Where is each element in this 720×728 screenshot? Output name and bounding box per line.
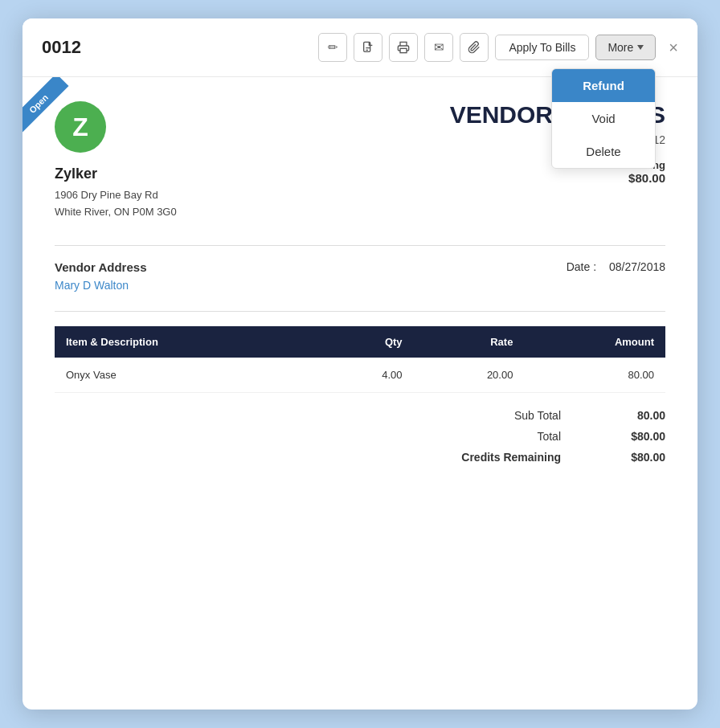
date-label: Date : [567, 260, 596, 273]
close-button[interactable]: × [669, 39, 678, 55]
email-button[interactable]: ✉ [424, 33, 453, 62]
modal-container: 0012 ✏ ✉ Apply To Bills More × Refund Vo… [22, 18, 698, 710]
col-qty: Qty [316, 326, 413, 358]
svg-rect-3 [400, 48, 407, 52]
address-date-section: Vendor Address Mary D Walton Date : 08/2… [55, 260, 665, 292]
date-section: Date : 08/27/2018 [567, 260, 665, 273]
divider [55, 245, 665, 246]
col-description: Item & Description [55, 326, 316, 358]
document-id: 0012 [42, 37, 81, 58]
more-dropdown: Refund Void Delete [551, 68, 656, 169]
header-actions: ✏ ✉ Apply To Bills More × [318, 33, 678, 62]
credits-remaining-row: Credits Remaining $80.00 [408, 451, 665, 464]
totals-section: Sub Total 80.00 Total $80.00 Credits Rem… [55, 409, 665, 464]
sub-total-row: Sub Total 80.00 [408, 409, 665, 422]
total-label: Total [408, 430, 561, 443]
pdf-button[interactable] [354, 33, 382, 62]
modal-header: 0012 ✏ ✉ Apply To Bills More × Refund Vo… [22, 18, 698, 77]
total-row: Total $80.00 [408, 430, 665, 443]
divider2 [55, 311, 665, 312]
print-button[interactable] [389, 33, 418, 62]
attach-button[interactable] [460, 33, 489, 62]
items-table: Item & Description Qty Rate Amount Onyx … [55, 326, 665, 393]
col-amount: Amount [524, 326, 665, 358]
apply-bills-button[interactable]: Apply To Bills [495, 35, 589, 60]
sub-total-value: 80.00 [609, 409, 665, 422]
dropdown-refund[interactable]: Refund [552, 69, 655, 102]
item-rate: 20.00 [414, 358, 525, 393]
edit-button[interactable]: ✏ [318, 33, 347, 62]
ribbon: Open [22, 77, 95, 149]
item-amount: 80.00 [524, 358, 665, 393]
chevron-down-icon [637, 45, 644, 50]
vendor-address-heading: Vendor Address [55, 260, 146, 274]
vendor-name: Zylker [55, 166, 177, 182]
vendor-address: 1906 Dry Pine Bay Rd White River, ON P0M… [55, 187, 177, 221]
item-qty: 4.00 [316, 358, 413, 393]
more-button[interactable]: More [595, 35, 656, 60]
ribbon-label: Open [22, 77, 69, 134]
date-value: 08/27/2018 [609, 260, 665, 273]
item-description: Onyx Vase [55, 358, 316, 393]
credits-remaining-total-label: Credits Remaining [408, 451, 561, 464]
vendor-contact[interactable]: Mary D Walton [55, 279, 146, 292]
total-value: $80.00 [609, 430, 665, 443]
table-header-row: Item & Description Qty Rate Amount [55, 326, 665, 358]
vendor-address-block: Vendor Address Mary D Walton [55, 260, 146, 292]
credits-remaining-value: $80.00 [450, 171, 665, 185]
table-row: Onyx Vase 4.00 20.00 80.00 [55, 358, 665, 393]
col-rate: Rate [414, 326, 525, 358]
dropdown-delete[interactable]: Delete [552, 135, 655, 168]
items-table-container: Item & Description Qty Rate Amount Onyx … [55, 326, 665, 393]
sub-total-label: Sub Total [408, 409, 561, 422]
dropdown-void[interactable]: Void [552, 102, 655, 135]
credits-remaining-total-value: $80.00 [609, 451, 665, 464]
